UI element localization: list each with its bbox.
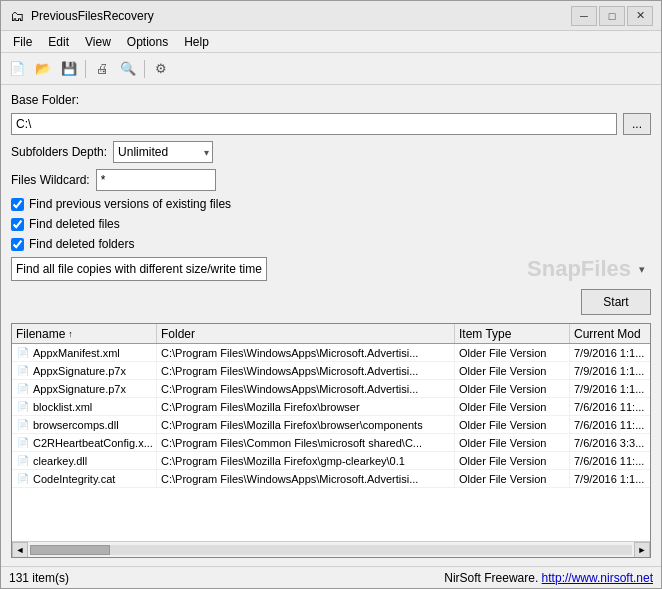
cell-currentmod: 7/9/2016 1:1... — [570, 470, 650, 487]
cell-itemtype: Older File Version — [455, 470, 570, 487]
file-icon: 📄 — [16, 382, 30, 396]
cell-folder: C:\Program Files\WindowsApps\Microsoft.A… — [157, 380, 455, 397]
status-count: 131 item(s) — [9, 571, 444, 585]
file-icon: 📄 — [16, 454, 30, 468]
nirsoft-link[interactable]: http://www.nirsoft.net — [542, 571, 653, 585]
status-credit: NirSoft Freeware. http://www.nirsoft.net — [444, 571, 653, 585]
table-row[interactable]: 📄AppxManifest.xmlC:\Program Files\Window… — [12, 344, 650, 362]
cell-folder: C:\Program Files\Common Files\microsoft … — [157, 434, 455, 451]
cell-filename: 📄blocklist.xml — [12, 398, 157, 415]
cell-folder: C:\Program Files\Mozilla Firefox\browser… — [157, 416, 455, 433]
col-header-filename[interactable]: Filename ↑ — [12, 324, 157, 343]
cell-currentmod: 7/6/2016 11:... — [570, 416, 650, 433]
cell-filename: 📄AppxSignature.p7x — [12, 380, 157, 397]
subfolders-row: Subfolders Depth: Unlimited 1 2 3 4 5 — [11, 141, 651, 163]
file-icon: 📄 — [16, 400, 30, 414]
checkbox-find-previous[interactable] — [11, 198, 24, 211]
cell-currentmod: 7/9/2016 1:1... — [570, 362, 650, 379]
col-header-folder[interactable]: Folder — [157, 324, 455, 343]
close-button[interactable]: ✕ — [627, 6, 653, 26]
cell-itemtype: Older File Version — [455, 380, 570, 397]
toolbar-sep-2 — [144, 60, 145, 78]
sort-arrow-filename: ↑ — [68, 329, 73, 339]
toolbar-new[interactable]: 📄 — [5, 57, 29, 81]
results-table: Filename ↑ Folder Item Type Current Mod … — [11, 323, 651, 558]
table-row[interactable]: 📄browsercomps.dllC:\Program Files\Mozill… — [12, 416, 650, 434]
col-header-itemtype[interactable]: Item Type — [455, 324, 570, 343]
scroll-left-button[interactable]: ◄ — [12, 542, 28, 558]
browse-button[interactable]: ... — [623, 113, 651, 135]
cell-itemtype: Older File Version — [455, 398, 570, 415]
menu-bar: File Edit View Options Help — [1, 31, 661, 53]
content-area: Base Folder: ... Subfolders Depth: Unlim… — [1, 85, 661, 566]
menu-edit[interactable]: Edit — [40, 33, 77, 51]
wildcard-label: Files Wildcard: — [11, 173, 90, 187]
checkbox-find-deleted-files[interactable] — [11, 218, 24, 231]
horizontal-scrollbar: ◄ ► — [12, 541, 650, 557]
menu-help[interactable]: Help — [176, 33, 217, 51]
scroll-track[interactable] — [30, 545, 632, 555]
checkbox-find-previous-label[interactable]: Find previous versions of existing files — [29, 197, 231, 211]
subfolders-depth-wrapper: Unlimited 1 2 3 4 5 — [113, 141, 213, 163]
table-row[interactable]: 📄CodeIntegrity.catC:\Program Files\Windo… — [12, 470, 650, 488]
title-bar: 🗂 PreviousFilesRecovery ─ □ ✕ — [1, 1, 661, 31]
toolbar: 📄 📂 💾 🖨 🔍 ⚙ — [1, 53, 661, 85]
main-window: 🗂 PreviousFilesRecovery ─ □ ✕ File Edit … — [0, 0, 662, 589]
table-row[interactable]: 📄blocklist.xmlC:\Program Files\Mozilla F… — [12, 398, 650, 416]
table-row[interactable]: 📄clearkey.dllC:\Program Files\Mozilla Fi… — [12, 452, 650, 470]
subfolders-depth-select[interactable]: Unlimited 1 2 3 4 5 — [113, 141, 213, 163]
menu-options[interactable]: Options — [119, 33, 176, 51]
combo-watermark-area: Find all file copies with different size… — [11, 257, 651, 281]
file-icon: 📄 — [16, 346, 30, 360]
checkbox-find-deleted-folders-label[interactable]: Find deleted folders — [29, 237, 134, 251]
checkbox-deleted-files-row: Find deleted files — [11, 217, 651, 231]
scroll-right-button[interactable]: ► — [634, 542, 650, 558]
file-icon: 📄 — [16, 364, 30, 378]
subfolders-depth-label: Subfolders Depth: — [11, 145, 107, 159]
toolbar-settings[interactable]: ⚙ — [149, 57, 173, 81]
start-button[interactable]: Start — [581, 289, 651, 315]
file-icon: 📄 — [16, 436, 30, 450]
table-row[interactable]: 📄AppxSignature.p7xC:\Program Files\Windo… — [12, 380, 650, 398]
base-folder-label: Base Folder: — [11, 93, 79, 107]
find-copies-wrapper: Find all file copies with different size… — [11, 257, 651, 281]
cell-filename: 📄AppxManifest.xml — [12, 344, 157, 361]
cell-folder: C:\Program Files\WindowsApps\Microsoft.A… — [157, 470, 455, 487]
menu-file[interactable]: File — [5, 33, 40, 51]
cell-itemtype: Older File Version — [455, 344, 570, 361]
base-folder-row: Base Folder: — [11, 93, 651, 107]
wildcard-row: Files Wildcard: — [11, 169, 651, 191]
window-controls: ─ □ ✕ — [571, 6, 653, 26]
table-row[interactable]: 📄C2RHeartbeatConfig.x...C:\Program Files… — [12, 434, 650, 452]
cell-filename: 📄CodeIntegrity.cat — [12, 470, 157, 487]
cell-folder: C:\Program Files\Mozilla Firefox\browser — [157, 398, 455, 415]
toolbar-print[interactable]: 🖨 — [90, 57, 114, 81]
menu-view[interactable]: View — [77, 33, 119, 51]
file-icon: 📄 — [16, 472, 30, 486]
cell-itemtype: Older File Version — [455, 452, 570, 469]
base-folder-input[interactable] — [11, 113, 617, 135]
cell-currentmod: 7/6/2016 11:... — [570, 452, 650, 469]
toolbar-save[interactable]: 💾 — [57, 57, 81, 81]
start-area: Start — [11, 287, 651, 317]
toolbar-find[interactable]: 🔍 — [116, 57, 140, 81]
table-body[interactable]: 📄AppxManifest.xmlC:\Program Files\Window… — [12, 344, 650, 541]
cell-itemtype: Older File Version — [455, 362, 570, 379]
scroll-thumb[interactable] — [30, 545, 110, 555]
table-row[interactable]: 📄AppxSignature.p7xC:\Program Files\Windo… — [12, 362, 650, 380]
toolbar-open[interactable]: 📂 — [31, 57, 55, 81]
wildcard-input[interactable] — [96, 169, 216, 191]
maximize-button[interactable]: □ — [599, 6, 625, 26]
minimize-button[interactable]: ─ — [571, 6, 597, 26]
cell-filename: 📄browsercomps.dll — [12, 416, 157, 433]
col-header-currentmod[interactable]: Current Mod — [570, 324, 650, 343]
base-folder-input-row: ... — [11, 113, 651, 135]
checkbox-find-deleted-folders[interactable] — [11, 238, 24, 251]
cell-currentmod: 7/9/2016 1:1... — [570, 380, 650, 397]
cell-itemtype: Older File Version — [455, 416, 570, 433]
status-bar: 131 item(s) NirSoft Freeware. http://www… — [1, 566, 661, 588]
checkbox-find-deleted-files-label[interactable]: Find deleted files — [29, 217, 120, 231]
file-icon: 📄 — [16, 418, 30, 432]
find-copies-select[interactable]: Find all file copies with different size… — [11, 257, 267, 281]
cell-folder: C:\Program Files\WindowsApps\Microsoft.A… — [157, 362, 455, 379]
